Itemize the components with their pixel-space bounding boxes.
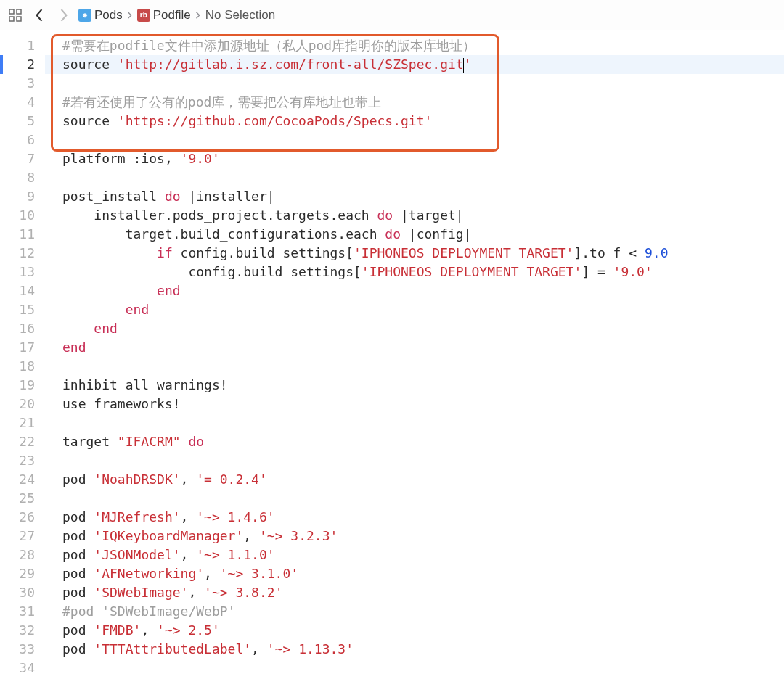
line-number: 13 <box>0 263 45 281</box>
code-line[interactable] <box>62 131 784 149</box>
line-number: 4 <box>0 93 45 112</box>
line-number: 7 <box>0 149 45 168</box>
code-line[interactable]: end <box>62 281 784 300</box>
code-line[interactable]: end <box>62 300 784 319</box>
line-number: 27 <box>0 527 45 546</box>
nav-forward-icon <box>54 6 74 25</box>
code-line[interactable]: pod 'TTTAttributedLabel', '~> 1.13.3' <box>62 640 784 659</box>
line-number: 3 <box>0 74 45 93</box>
nav-back-icon[interactable] <box>29 6 49 25</box>
code-line[interactable]: target.build_configurations.each do |con… <box>62 225 784 244</box>
line-number: 1 <box>0 36 45 55</box>
line-number: 8 <box>0 168 45 187</box>
related-items-icon[interactable] <box>6 6 25 25</box>
code-line[interactable]: end <box>62 338 784 357</box>
line-number: 5 <box>0 112 45 131</box>
code-line[interactable] <box>62 357 784 376</box>
line-number: 22 <box>0 432 45 451</box>
line-number: 26 <box>0 508 45 527</box>
code-line[interactable]: pod 'SDWebImage', '~> 3.8.2' <box>62 583 784 602</box>
code-line[interactable] <box>62 451 784 470</box>
code-line[interactable]: use_frameworks! <box>62 395 784 413</box>
line-number: 32 <box>0 621 45 640</box>
line-number: 20 <box>0 395 45 413</box>
chevron-right-icon <box>127 8 133 22</box>
code-editor[interactable]: 1 2 3 4 5 6 7 8 9 10 11 12 13 14 15 16 1… <box>0 30 784 679</box>
line-number: 19 <box>0 376 45 395</box>
code-line[interactable]: pod 'FMDB', '~> 2.5' <box>62 621 784 640</box>
line-number: 28 <box>0 546 45 564</box>
code-content[interactable]: #需要在podfile文件中添加源地址（私人pod库指明你的版本库地址） sou… <box>45 30 784 679</box>
code-line[interactable]: target "IFACRM" do <box>62 432 784 451</box>
line-number: 25 <box>0 489 45 508</box>
code-line[interactable]: source 'https://github.com/CocoaPods/Spe… <box>62 112 784 131</box>
code-line[interactable]: pod 'NoahDRSDK', '= 0.2.4' <box>62 470 784 489</box>
code-line[interactable] <box>62 659 784 678</box>
breadcrumb-label: Pods <box>94 8 123 22</box>
code-line[interactable] <box>62 74 784 93</box>
code-line[interactable]: pod 'IQKeyboardManager', '~> 3.2.3' <box>62 527 784 546</box>
code-line[interactable]: pod 'MJRefresh', '~> 1.4.6' <box>62 508 784 527</box>
line-number: 21 <box>0 413 45 432</box>
line-number: 30 <box>0 583 45 602</box>
line-number: 17 <box>0 338 45 357</box>
code-line[interactable]: post_install do |installer| <box>62 187 784 206</box>
code-line[interactable]: source 'http://gitlab.i.sz.com/front-all… <box>45 55 784 74</box>
breadcrumb-label: Podfile <box>153 8 191 22</box>
svg-rect-1 <box>17 9 21 14</box>
code-line[interactable]: if config.build_settings['IPHONEOS_DEPLO… <box>62 244 784 263</box>
code-line[interactable] <box>62 168 784 187</box>
line-number: 11 <box>0 225 45 244</box>
code-line[interactable]: #需要在podfile文件中添加源地址（私人pod库指明你的版本库地址） <box>62 36 784 55</box>
pods-file-icon: ⎈ <box>78 9 91 22</box>
code-line[interactable] <box>62 489 784 508</box>
breadcrumb-item-pods[interactable]: ⎈ Pods <box>78 8 123 22</box>
code-line[interactable]: pod 'AFNetworking', '~> 3.1.0' <box>62 564 784 583</box>
line-number: 2 <box>0 55 45 74</box>
svg-rect-3 <box>17 17 21 21</box>
line-number: 9 <box>0 187 45 206</box>
code-line[interactable]: pod 'JSONModel', '~> 1.1.0' <box>62 546 784 564</box>
line-number: 14 <box>0 281 45 300</box>
code-line[interactable]: #若有还使用了公有的pod库，需要把公有库地址也带上 <box>62 93 784 112</box>
code-line[interactable]: platform :ios, '9.0' <box>62 149 784 168</box>
svg-rect-2 <box>9 17 14 21</box>
breadcrumb-selection[interactable]: No Selection <box>205 8 275 22</box>
line-number: 10 <box>0 206 45 225</box>
breadcrumb-bar: ⎈ Pods rb Podfile No Selection <box>0 0 784 30</box>
line-number: 18 <box>0 357 45 376</box>
code-line[interactable]: config.build_settings['IPHONEOS_DEPLOYME… <box>62 263 784 281</box>
line-number: 23 <box>0 451 45 470</box>
line-number: 6 <box>0 131 45 149</box>
ruby-file-icon: rb <box>137 9 150 22</box>
line-number: 33 <box>0 640 45 659</box>
code-line[interactable] <box>62 413 784 432</box>
code-line[interactable]: installer.pods_project.targets.each do |… <box>62 206 784 225</box>
code-line[interactable]: end <box>62 319 784 338</box>
line-number: 16 <box>0 319 45 338</box>
line-number: 34 <box>0 659 45 678</box>
svg-rect-0 <box>9 9 14 14</box>
breadcrumb-item-podfile[interactable]: rb Podfile <box>137 8 191 22</box>
line-number: 24 <box>0 470 45 489</box>
line-number: 15 <box>0 300 45 319</box>
chevron-right-icon <box>195 8 201 22</box>
code-line[interactable]: inhibit_all_warnings! <box>62 376 784 395</box>
line-number: 12 <box>0 244 45 263</box>
code-line[interactable]: #pod 'SDWebImage/WebP' <box>62 602 784 621</box>
line-number-gutter: 1 2 3 4 5 6 7 8 9 10 11 12 13 14 15 16 1… <box>0 30 45 679</box>
line-number: 31 <box>0 602 45 621</box>
line-number: 29 <box>0 564 45 583</box>
